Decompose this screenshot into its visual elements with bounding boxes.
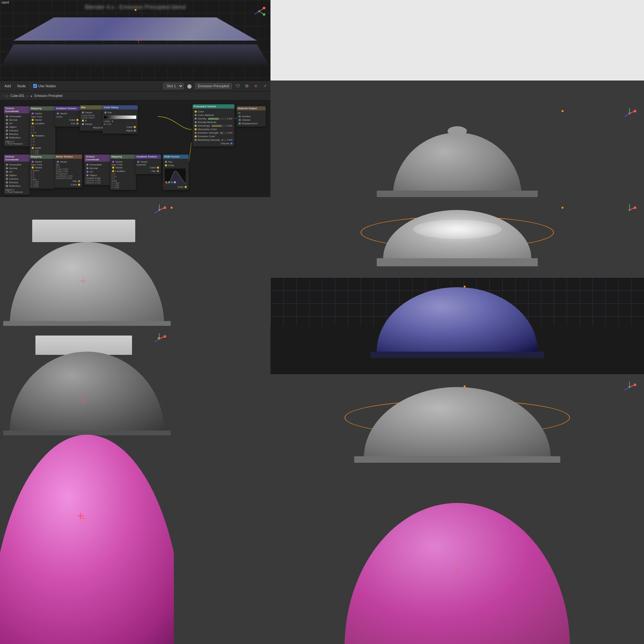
breadcrumb-material[interactable]: Emission Principled [34, 94, 62, 98]
viewport-crosshair [135, 37, 142, 43]
svg-point-27 [629, 386, 630, 388]
crosshair-r3 [454, 567, 460, 574]
svg-point-19 [629, 209, 630, 211]
material-sphere-icon: ⬤ [186, 83, 193, 89]
origin-dot-r2 [464, 286, 466, 288]
origin-dot-r1 [562, 207, 563, 209]
nav-gizmo-r3[interactable] [621, 379, 638, 395]
origin-dot-3 [171, 207, 173, 209]
node-texture-coordinate-1[interactable]: Texture Coordinate Generated Normal UV O… [4, 106, 30, 147]
crosshair-bottom-left [80, 278, 86, 284]
cube-icon: ◻ [5, 94, 8, 98]
viewport-right-mid[interactable] [270, 100, 644, 197]
viewport-bottom-left[interactable] [0, 197, 174, 326]
svg-point-5 [263, 13, 265, 16]
dome-base-left [3, 321, 171, 326]
pin-material-icon[interactable]: ↗ [261, 83, 268, 89]
breadcrumb-sep: > [26, 94, 28, 98]
slot-dropdown[interactable]: Slot 1 [163, 83, 184, 89]
svg-point-20 [634, 206, 636, 209]
dome-top-knob [448, 126, 467, 136]
node-texture-coordinate-2[interactable]: Texture Coordinate Generated Normal UV O… [4, 155, 30, 195]
node-mapping-2[interactable]: Mapping Vector Type: Point Vector Locati… [30, 155, 55, 189]
use-nodes-checkbox[interactable] [33, 84, 37, 88]
svg-point-3 [258, 10, 260, 12]
node-rgb-curves[interactable]: RGB Curves Fac Color Color [163, 155, 189, 190]
top-3d-viewport[interactable]: Blender 4.x - Emission Principled.blend … [0, 0, 270, 81]
node-principled-volume[interactable]: Principled Volume Color Color Attribute … [193, 104, 234, 147]
svg-point-16 [164, 206, 166, 209]
material-sphere-breadcrumb-icon: ● [30, 94, 33, 98]
node-editor-toolbar: Add Node Use Nodes Slot 1 ⬤ Emission Pri… [0, 81, 270, 91]
dome-base-r1 [377, 258, 538, 266]
dome-base-r3 [354, 456, 560, 463]
viewport-right-2[interactable] [270, 278, 644, 374]
nav-gizmo-r1[interactable] [621, 202, 638, 218]
breadcrumb: › ◻ Cube.001 > ● Emission Principled [0, 91, 270, 100]
material-name-button[interactable]: Emission Principled [195, 83, 232, 89]
nav-gizmo-3[interactable] [151, 202, 167, 218]
viewport-right-3[interactable] [270, 374, 644, 644]
svg-point-4 [263, 7, 265, 9]
panel-rect [32, 220, 135, 242]
toolbar-separator-1 [30, 83, 31, 89]
node-mapping-3[interactable]: Mapping Vector Type: Point Vector Locati… [110, 155, 136, 190]
viewport-title: Blender 4.x - Emission Principled.blend [85, 4, 185, 11]
node-color-ramp[interactable]: Color Ramp Fac Linear▼ ■ 0.638 Color Alp… [102, 105, 138, 134]
svg-point-33 [164, 335, 166, 338]
svg-point-32 [158, 338, 160, 340]
close-material-icon[interactable]: ✕ [252, 83, 259, 89]
navigation-gizmo[interactable] [251, 3, 267, 19]
node-mix[interactable]: Mix Factor Clamp Result Clamp Factor A F… [80, 105, 106, 131]
origin-dot-2 [562, 110, 563, 112]
node-material-output[interactable]: Material Output All Surface Volume Displ… [237, 106, 266, 127]
origin-dot-r3 [464, 385, 466, 387]
svg-point-10 [629, 112, 630, 114]
breadcrumb-back-icon[interactable]: › [3, 94, 4, 98]
crosshair-pink [80, 515, 86, 522]
copy-material-icon[interactable]: ⧉ [243, 83, 250, 89]
svg-point-11 [634, 110, 636, 112]
nav-gizmo-2[interactable] [621, 105, 638, 121]
nav-gizmo-left2[interactable] [151, 331, 167, 347]
crosshair-left2 [80, 397, 86, 403]
add-menu-btn[interactable]: Add [3, 83, 13, 89]
node-menu-btn[interactable]: Node [15, 83, 28, 89]
dome-base [377, 191, 538, 197]
right-panel [270, 0, 644, 81]
viewport-right-1[interactable] [270, 197, 644, 278]
svg-point-15 [158, 209, 160, 211]
viewport-label: ciped [1, 1, 9, 4]
node-gradient-texture-1[interactable]: Gradient Texture Vector Linear Color Fac [55, 106, 81, 127]
node-mapping-1[interactable]: Mapping Vector Type: Point Vector Locati… [30, 106, 55, 158]
svg-point-28 [634, 384, 636, 386]
node-gradient-texture-2[interactable]: Gradient Texture Vector Quadratic Color … [135, 155, 161, 174]
use-nodes-toggle[interactable]: Use Nodes [33, 84, 56, 88]
node-editor-canvas[interactable]: Texture Coordinate Generated Normal UV O… [0, 100, 270, 197]
dome-base-r2 [370, 352, 544, 358]
viewport-bottom-left2[interactable] [0, 326, 174, 644]
breadcrumb-cube[interactable]: Cube.001 [10, 94, 24, 98]
material-shield-icon[interactable]: 🛡 [234, 83, 241, 89]
node-texture-coordinate-3[interactable]: Texture Coordinate Generated Normal UV O… [84, 155, 110, 185]
node-noise-texture[interactable]: Noise Texture Vector 2D W 0 Scale 5.000 … [55, 155, 82, 188]
